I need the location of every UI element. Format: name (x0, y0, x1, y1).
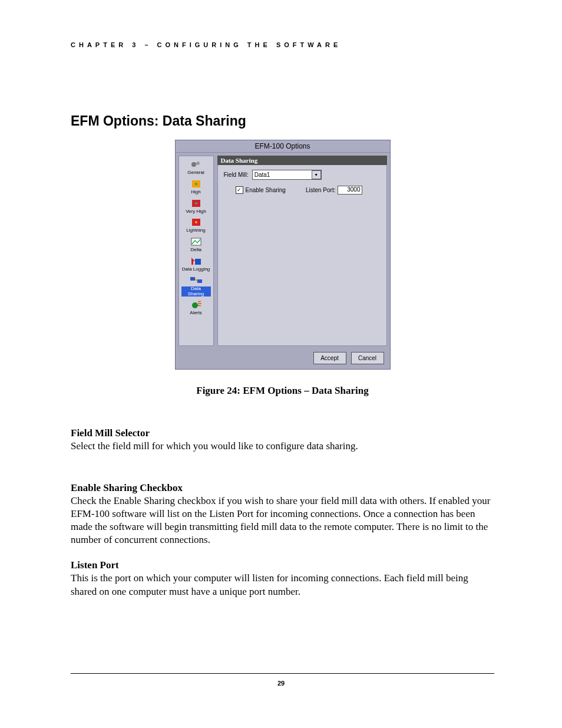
footer-rule (71, 673, 494, 674)
sidebar-item-delta[interactable]: Delta (181, 236, 211, 254)
sidebar-item-label: Data Logging (182, 267, 210, 272)
sidebar-item-lightning[interactable]: Lightning (181, 216, 211, 235)
gears-icon (190, 159, 203, 170)
subsection-body: This is the port on which your computer … (71, 572, 494, 598)
sidebar-item-general[interactable]: General (181, 159, 211, 177)
chart-icon (190, 236, 203, 247)
body-sections: Field Mill Selector Select the field mil… (71, 427, 494, 598)
subsection-body: Check the Enable Sharing checkbox if you… (71, 495, 494, 546)
chapter-header: CHAPTER 3 – CONFIGURING THE SOFTWARE (71, 41, 494, 48)
svg-point-3 (195, 183, 197, 185)
svg-point-1 (196, 162, 200, 165)
field-mill-value: Data1 (254, 172, 270, 178)
sidebar-item-label: Alerts (190, 311, 201, 316)
sidebar-item-label: Delta (190, 248, 201, 253)
dropdown-arrow-icon: ▼ (312, 170, 321, 179)
field-mill-select[interactable]: Data1 ▼ (252, 170, 322, 180)
svg-rect-11 (197, 279, 202, 283)
enable-sharing-label: Enable Sharing (246, 187, 286, 193)
figure-wrapper: EFM-100 Options General High (71, 140, 494, 370)
listen-port-input[interactable]: 3000 (338, 186, 362, 195)
red-dot-icon (190, 198, 203, 209)
panel-header: Data Sharing (217, 156, 387, 165)
figure-caption: Figure 24: EFM Options – Data Sharing (71, 385, 494, 397)
dialog-title-bar: EFM-100 Options (176, 140, 390, 153)
subsection-body: Select the field mill for which you woul… (71, 440, 494, 453)
svg-point-7 (195, 221, 197, 223)
dialog-footer: Accept Cancel (176, 348, 390, 369)
svg-rect-10 (190, 277, 195, 281)
sidebar-item-high[interactable]: High (181, 178, 211, 196)
panel-body: Field Mill: Data1 ▼ ✓ Enable Sharing (217, 165, 387, 346)
svg-point-0 (191, 162, 196, 167)
field-mill-label: Field Mill: (224, 172, 249, 178)
listen-port-label: Listen Port: (306, 187, 336, 193)
sidebar-item-label: Data Sharing (181, 286, 211, 297)
dialog-sidebar: General High Very High (178, 156, 214, 346)
sidebar-item-data-logging[interactable]: Data Logging (181, 255, 211, 274)
svg-line-12 (195, 279, 197, 281)
section-heading: EFM Options: Data Sharing (71, 113, 494, 129)
sidebar-item-label: High (191, 190, 200, 195)
sidebar-item-alerts[interactable]: Alerts (181, 299, 211, 317)
cancel-button[interactable]: Cancel (351, 352, 384, 364)
svg-point-13 (192, 302, 198, 308)
network-icon (190, 275, 203, 286)
enable-sharing-checkbox[interactable]: ✓ (236, 186, 243, 194)
panel: Data Sharing Field Mill: Data1 ▼ ✓ (217, 156, 387, 346)
page-number: 29 (0, 680, 562, 687)
sidebar-item-label: Very High (186, 209, 206, 215)
sidebar-item-data-sharing[interactable]: Data Sharing (181, 275, 211, 298)
subsection-title: Enable Sharing Checkbox (71, 482, 494, 494)
red-dot2-icon (190, 217, 203, 228)
subsection-title: Listen Port (71, 559, 494, 571)
svg-rect-9 (195, 259, 201, 265)
options-dialog: EFM-100 Options General High (175, 140, 391, 370)
disk-arrow-icon (190, 256, 203, 266)
subsection-title: Field Mill Selector (71, 427, 494, 439)
svg-point-5 (195, 202, 197, 205)
orange-dot-icon (190, 179, 203, 189)
sidebar-item-label: Lightning (186, 228, 205, 233)
accept-button[interactable]: Accept (313, 352, 346, 364)
sidebar-item-label: General (187, 170, 204, 176)
sidebar-item-very-high[interactable]: Very High (181, 197, 211, 216)
bell-icon (190, 299, 203, 310)
